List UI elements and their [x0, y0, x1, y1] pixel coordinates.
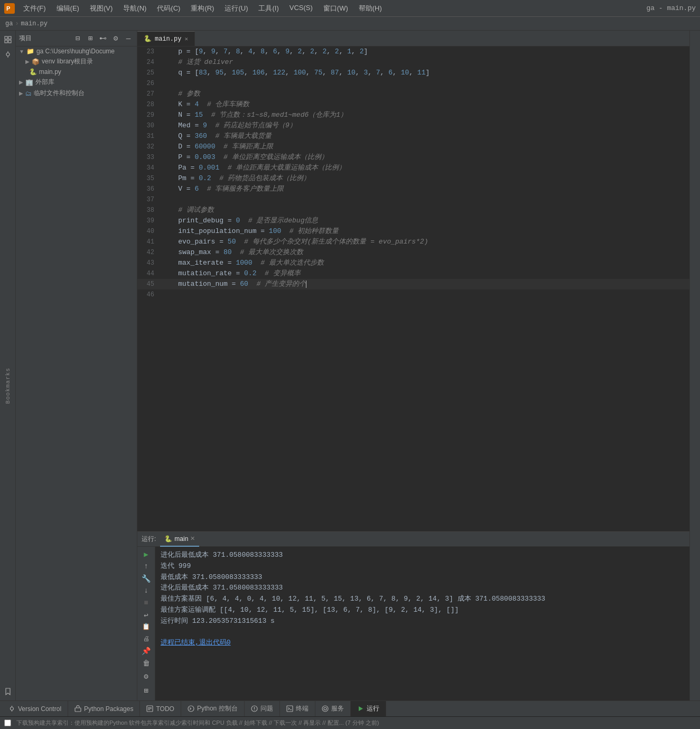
line-content-42: swap_max = 80 # 最大单次交换次数: [160, 247, 689, 258]
line-num-45: 45: [137, 279, 160, 289]
output-line-1: 迭代 999: [161, 561, 684, 572]
menu-refactor[interactable]: 重构(R): [186, 3, 218, 14]
line-num-38: 38: [137, 205, 160, 216]
status-checkbox[interactable]: [4, 719, 11, 726]
svg-point-23: [324, 707, 326, 710]
scroll-to-file-icon[interactable]: ⊷: [98, 33, 108, 44]
tree-item-external[interactable]: ▶ 🏢 外部库: [16, 77, 137, 88]
bottom-tab-run[interactable]: 运行: [351, 701, 386, 717]
menu-nav[interactable]: 导航(N): [119, 3, 151, 14]
output-line-0: 进化后最低成本 371.0580083333333: [161, 550, 684, 561]
bottom-tab-console[interactable]: Python 控制台: [181, 701, 245, 717]
run-settings-btn[interactable]: ⚙: [139, 671, 153, 682]
run-pin-btn[interactable]: 📌: [139, 646, 153, 657]
tree-item-mainpy[interactable]: 🐍 main.py: [16, 67, 137, 77]
line-num-32: 32: [137, 142, 160, 152]
code-line-28: 28 K = 4 # 仓库车辆数: [137, 99, 689, 110]
run-tab-close[interactable]: ✕: [190, 535, 195, 542]
line-num-40: 40: [137, 226, 160, 237]
bottom-tab-terminal-label: 终端: [296, 704, 309, 713]
run-expand-btn[interactable]: ⊞: [139, 685, 153, 696]
svg-text:P: P: [6, 5, 10, 12]
run-tab-main[interactable]: 🐍 main ✕: [160, 532, 199, 547]
run-scroll-down-btn[interactable]: ↓: [139, 585, 153, 596]
menu-code[interactable]: 代码(C): [153, 3, 184, 14]
process-exit-link[interactable]: 进程已结束,退出代码0: [161, 639, 231, 647]
output-line-7: [161, 627, 684, 638]
menu-help[interactable]: 帮助(H): [354, 3, 386, 14]
line-content-41: evo_pairs = 50 # 每代多少个杂交对(新生成个体的数量 = evo…: [160, 237, 689, 247]
run-wrap-btn[interactable]: ↩: [139, 610, 153, 621]
menu-view[interactable]: 视图(V): [86, 3, 117, 14]
bookmark-icon[interactable]: [1, 685, 15, 698]
code-line-26: 26: [137, 78, 689, 89]
tree-arrow-mainpy: [25, 69, 27, 75]
svg-rect-5: [8, 40, 11, 43]
bottom-tab-terminal[interactable]: 终端: [280, 701, 315, 717]
commit-icon[interactable]: [1, 48, 15, 61]
editor-tab-mainpy[interactable]: 🐍 main.py ✕: [137, 31, 195, 46]
tab-file-icon: 🐍: [144, 35, 152, 43]
run-copy-btn[interactable]: 📋: [139, 622, 153, 633]
run-play-btn[interactable]: ▶: [139, 549, 153, 560]
text-cursor: [306, 281, 306, 288]
code-editor[interactable]: 23 p = [9, 9, 7, 8, 4, 8, 6, 9, 2, 2, 2,…: [137, 46, 689, 531]
bottom-tab-todo[interactable]: TODO: [140, 701, 181, 717]
svg-rect-4: [8, 36, 11, 39]
line-num-29: 29: [137, 110, 160, 120]
menu-file[interactable]: 文件(F): [19, 3, 50, 14]
tree-item-temp[interactable]: ▶ 🗂 临时文件和控制台: [16, 88, 137, 99]
code-line-45: 45 mutation_num = 60 # 产生变异的个: [137, 279, 689, 289]
svg-point-9: [11, 707, 14, 711]
run-wrench-btn[interactable]: 🔧: [139, 573, 153, 584]
minimize-panel-icon[interactable]: —: [123, 33, 134, 44]
menu-window[interactable]: 窗口(W): [319, 3, 352, 14]
project-icon[interactable]: [1, 33, 15, 46]
run-print-btn[interactable]: 🖨: [139, 633, 153, 644]
settings-icon[interactable]: ⚙: [110, 33, 121, 44]
code-line-35: 35 Pm = 0.2 # 药物货品包装成本（比例）: [137, 173, 689, 184]
breadcrumb-part-1[interactable]: main.py: [21, 20, 48, 27]
run-toolbar: ▶ ↑ 🔧 ↓ ■ ↩ 📋 🖨 📌 🗑 ⚙ ⊞: [137, 547, 155, 700]
menu-bar: 文件(F) 编辑(E) 视图(V) 导航(N) 代码(C) 重构(R) 运行(U…: [19, 3, 386, 14]
tab-close-btn[interactable]: ✕: [184, 35, 188, 42]
run-trash-btn[interactable]: 🗑: [139, 658, 153, 669]
line-num-28: 28: [137, 99, 160, 110]
line-num-41: 41: [137, 237, 160, 247]
run-content-area: ▶ ↑ 🔧 ↓ ■ ↩ 📋 🖨 📌 🗑 ⚙ ⊞ 进化后最低成本 371.0: [137, 547, 689, 700]
run-scroll-up-btn[interactable]: ↑: [139, 561, 153, 572]
folder-icon-ga: 📁: [26, 48, 34, 55]
bottom-tab-services[interactable]: 服务: [315, 701, 351, 717]
output-line-2: 最低成本 371.0580083333333: [161, 572, 684, 583]
tree-arrow-ga: ▼: [19, 49, 24, 54]
line-content-26: [160, 78, 689, 89]
line-num-26: 26: [137, 78, 160, 89]
code-line-41: 41 evo_pairs = 50 # 每代多少个杂交对(新生成个体的数量 = …: [137, 237, 689, 247]
tree-item-venv[interactable]: ▶ 📦 venv library根目录: [16, 56, 137, 67]
expand-icon[interactable]: ⊞: [85, 33, 96, 44]
line-content-39: print_debug = 0 # 是否显示debug信息: [160, 216, 689, 226]
line-num-34: 34: [137, 163, 160, 173]
bottom-tab-services-label: 服务: [331, 704, 344, 713]
run-panel: 运行: 🐍 main ✕ ▶ ↑ 🔧 ↓ ■ ↩ 📋 🖨: [137, 531, 689, 700]
code-line-37: 37: [137, 194, 689, 205]
menu-tools[interactable]: 工具(I): [254, 3, 283, 14]
menu-vcs[interactable]: VCS(S): [285, 3, 317, 14]
line-content-46: [160, 289, 689, 300]
breadcrumb: ga › main.py: [0, 17, 700, 31]
menu-run[interactable]: 运行(U): [220, 3, 252, 14]
line-num-27: 27: [137, 89, 160, 99]
breadcrumb-sep: ›: [15, 20, 18, 27]
run-stop-btn[interactable]: ■: [139, 597, 153, 609]
bottom-tab-issues[interactable]: 问题: [245, 701, 280, 717]
bottom-tab-vcs[interactable]: Version Control: [2, 701, 68, 717]
bottom-tab-packages[interactable]: Python Packages: [68, 701, 140, 717]
line-num-37: 37: [137, 194, 160, 205]
code-line-25: 25 q = [83, 95, 105, 106, 122, 100, 75, …: [137, 68, 689, 78]
menu-edit[interactable]: 编辑(E): [52, 3, 83, 14]
collapse-all-icon[interactable]: ⊟: [72, 33, 83, 44]
breadcrumb-part-0[interactable]: ga: [5, 20, 13, 27]
tree-item-ga[interactable]: ▼ 📁 ga C:\Users\huuhg\Docume: [16, 46, 137, 56]
run-label: 运行:: [142, 535, 156, 544]
status-text: 下载预构建共享索引：使用预构建的Python 软件包共享索引减少索引时间和 CP…: [16, 719, 379, 727]
